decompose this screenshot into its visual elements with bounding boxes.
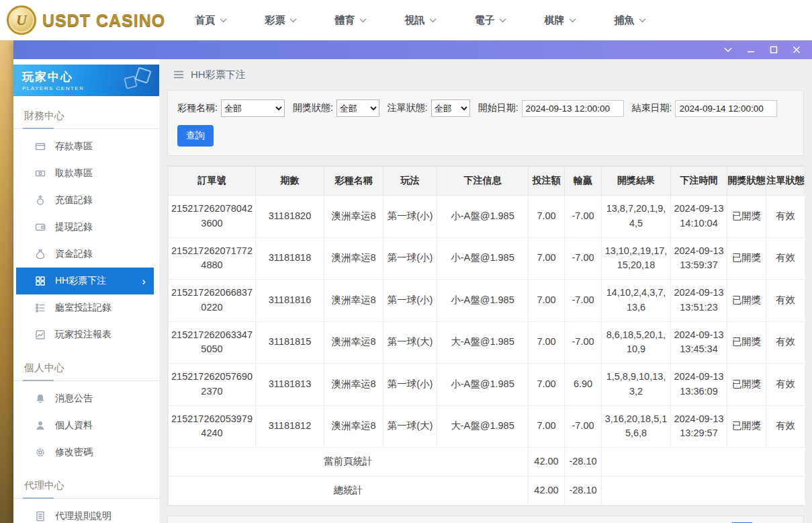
bets-table: 訂單號 期數 彩種名稱 玩法 下注信息 投注額 輸贏 開獎結果 下注時間 開獎狀… [168,166,805,506]
summary-winloss-total: -28.10 [565,448,602,477]
nav-item-live-video[interactable]: 視訊 [386,14,455,27]
chevron-down-icon [359,18,367,23]
pagination-bar: 每頁顯示20條 共6条 首页 上一页 1 下一页 第 页 跳转 [167,516,804,523]
cell-bet-info: 大-A盤@1.985 [437,321,529,364]
cell-period: 31181818 [256,237,324,280]
cell-order-status: 有效 [766,364,805,406]
col-header-period: 期數 [256,167,324,196]
summary-bet-total: 42.00 [529,448,565,477]
nav-item-label: 視訊 [405,14,425,27]
draw-status-select[interactable]: 全部 [336,99,379,117]
sidebar-item-change-password[interactable]: 修改密碼 [16,439,154,466]
main-content: HH彩票下注 彩種名稱: 全部 開獎狀態: 全部 注單狀態: 全部 [159,59,812,523]
sidebar-item-funds-record[interactable]: 資金記錄 [16,241,154,268]
money-bag-icon [35,249,46,259]
sidebar-item-label: HH彩票下注 [55,275,106,287]
sidebar-item-hh-lottery-bets[interactable]: HH彩票下注 › [16,268,154,294]
nav-item-sports[interactable]: 體育 [316,14,386,27]
lottery-select[interactable]: 全部 [221,99,285,117]
agent-menu: 代理規則說明 [13,499,159,523]
chevron-down-icon [639,18,646,23]
order-status-select[interactable]: 全部 [431,99,470,117]
summary-empty [602,476,805,505]
cell-result: 13,8,7,20,1,9,4,5 [602,196,671,238]
start-date-input[interactable] [522,100,624,117]
cell-bet-info: 小-A盤@1.985 [437,196,529,238]
sidebar-item-hall-bet-records[interactable]: 廳室投註記錄 [16,294,154,321]
cell-result: 13,10,2,19,17,15,20,18 [602,237,671,280]
chevron-down-icon [429,18,437,23]
close-icon[interactable] [792,45,801,54]
minimize-icon[interactable] [746,45,756,54]
cell-result: 3,16,20,18,5,15,6,8 [602,405,671,448]
nav-item-label: 棋牌 [545,14,565,27]
col-header-order-no: 訂單號 [169,167,256,196]
cell-lottery: 澳洲幸运8 [324,405,384,448]
sidebar-item-profile[interactable]: 個人資料 [16,412,154,439]
cell-draw-status: 已開獎 [727,405,766,448]
col-header-lottery: 彩種名稱 [324,167,384,196]
table-row: 2152172620633475050 31181815 澳洲幸运8 第一球(大… [169,321,805,364]
cell-time: 2024-09-13 14:10:04 [671,196,727,238]
table-header-row: 訂單號 期數 彩種名稱 玩法 下注信息 投注額 輸贏 開獎結果 下注時間 開獎狀… [169,167,805,196]
nav-item-slots[interactable]: 電子 [455,14,525,27]
nav-item-home[interactable]: 首頁 [176,14,246,27]
hamburger-icon[interactable] [173,71,184,79]
cell-winloss: -7.00 [565,405,602,448]
order-status-filter-label: 注單狀態: [388,102,428,114]
search-button[interactable]: 查詢 [177,125,214,147]
lottery-grid-icon [35,276,46,286]
cell-order-status: 有效 [766,237,805,280]
maximize-icon[interactable] [769,45,778,54]
section-title-finance: 財務中心 [13,103,159,129]
table-row: 2152172620539794240 31181812 澳洲幸运8 第一球(大… [169,405,805,448]
page-title-row: HH彩票下注 [167,59,804,90]
collapse-icon[interactable] [723,45,733,54]
table-row: 2152172620780423600 31181820 澳洲幸运8 第一球(小… [169,196,805,238]
cell-bet-info: 大-A盤@1.985 [437,405,529,448]
sidebar-item-recharge-record[interactable]: 充值記錄 [16,187,154,214]
coin-arrow-icon [35,195,46,206]
sidebar-item-announcements[interactable]: 消息公告 [16,385,154,412]
cell-winloss: -7.00 [565,321,602,364]
cell-bet-info: 小-A盤@1.985 [437,364,529,406]
cell-draw-status: 已開獎 [727,321,766,364]
chevron-down-icon [569,18,576,23]
nav-item-fishing[interactable]: 捕魚 [595,14,665,27]
cell-amount: 7.00 [529,364,565,406]
cell-winloss: -7.00 [565,280,602,322]
nav-item-label: 捕魚 [615,14,635,27]
sidebar-item-label: 代理規則說明 [55,510,111,522]
sidebar-item-label: 玩家投注報表 [55,329,111,341]
top-navbar: U USDT CASINO 首頁 彩票 體育 視訊 電子 棋牌 捕魚 [0,0,812,40]
cell-bet-info: 小-A盤@1.985 [437,237,529,280]
chevron-down-icon [220,18,227,23]
sidebar-item-player-bet-report[interactable]: 玩家投注報表 [16,321,154,348]
players-center-banner: 玩家中心 PLAYERS CENTER [13,65,159,96]
cell-play: 第一球(小) [384,237,437,280]
cell-order-status: 有效 [766,280,805,322]
start-date-label: 開始日期: [478,102,518,114]
col-header-result: 開獎結果 [602,167,671,196]
banknote-icon [35,168,46,179]
lottery-filter-label: 彩種名稱: [177,102,218,114]
sidebar-item-withdraw[interactable]: 取款專區 [16,160,154,187]
summary-label: 總統計 [169,476,529,505]
brand-logo-icon: U [7,5,36,35]
sidebar-item-agent-rules[interactable]: 代理規則說明 [16,503,154,523]
end-date-label: 結束日期: [632,102,672,114]
brand-logo[interactable]: U USDT CASINO [0,5,161,35]
col-header-order-status: 注單狀態 [766,167,805,196]
col-header-winloss: 輸贏 [565,167,602,196]
nav-item-label: 彩票 [265,14,285,27]
sidebar-item-deposit[interactable]: 存款專區 [16,133,154,160]
sidebar-item-label: 消息公告 [55,393,93,405]
end-date-input[interactable] [675,100,777,117]
nav-item-card-games[interactable]: 棋牌 [525,14,595,27]
player-center-window: 玩家中心 PLAYERS CENTER 財務中心 存款專區 取款專區 [13,40,812,523]
sidebar-item-cashout-record[interactable]: 提現記錄 [16,214,154,241]
nav-item-lottery[interactable]: 彩票 [246,14,316,27]
cell-time: 2024-09-13 13:29:57 [671,405,727,448]
cell-result: 1,5,8,9,10,13,3,2 [602,364,671,406]
person-icon [35,420,46,431]
